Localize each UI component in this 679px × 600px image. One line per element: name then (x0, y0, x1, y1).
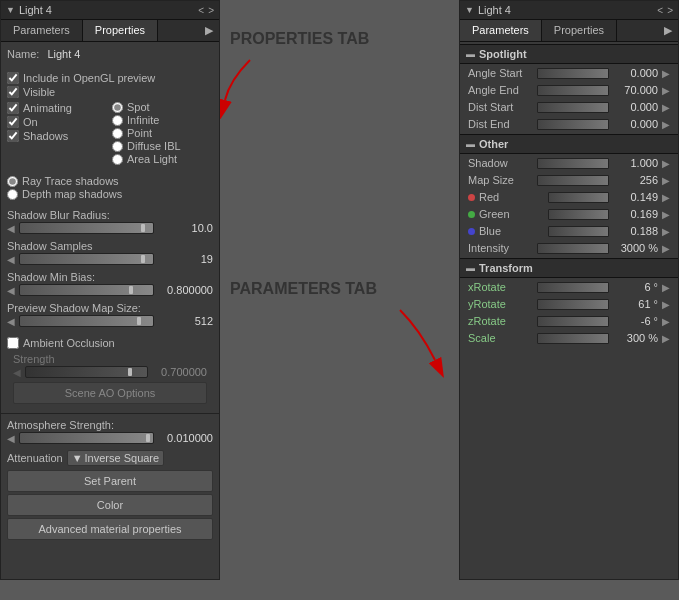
spot-radio[interactable] (112, 102, 123, 113)
field-arrow[interactable]: ▶ (662, 243, 670, 254)
right-tab-arrow[interactable]: ▶ (658, 20, 678, 41)
ao-checkbox[interactable] (7, 337, 19, 349)
spotlight-field-row: Dist Start 0.000 ▶ (460, 99, 678, 115)
ray-trace-radio[interactable] (7, 176, 18, 187)
right-collapse-icon[interactable]: ▼ (465, 5, 474, 15)
transform-label: Scale (468, 332, 533, 344)
right-nav-right[interactable]: > (667, 5, 673, 16)
animating-checkbox[interactable] (7, 102, 19, 114)
visible-checkbox[interactable] (7, 86, 19, 98)
field-arrow[interactable]: ▶ (662, 192, 670, 203)
transform-arrow[interactable]: ▶ (662, 282, 670, 293)
attenuation-dropdown[interactable]: ▼ Inverse Square (67, 450, 165, 466)
other-field-row: Blue 0.188 ▶ (460, 223, 678, 239)
field-arrow[interactable]: ▶ (662, 209, 670, 220)
transform-collapse-icon[interactable]: ▬ (466, 263, 475, 273)
atm-left-arrow[interactable]: ◀ (7, 433, 15, 444)
ao-strength-slider[interactable] (25, 366, 148, 378)
radio-point: Point (112, 127, 213, 139)
shadows-checkbox[interactable] (7, 130, 19, 142)
field-slider[interactable] (537, 158, 609, 169)
shadow-bias-row: ◀ 0.800000 (7, 284, 213, 296)
shadows-label: Shadows (23, 130, 68, 142)
field-arrow[interactable]: ▶ (662, 175, 670, 186)
spotlight-section-header: ▬ Spotlight (460, 44, 678, 64)
field-slider[interactable] (537, 68, 609, 79)
atmosphere-slider[interactable] (19, 432, 154, 444)
checkbox-visible: Visible (7, 86, 213, 98)
other-field-row: Red 0.149 ▶ (460, 189, 678, 205)
field-arrow[interactable]: ▶ (662, 102, 670, 113)
shadow-samples-slider[interactable] (19, 253, 154, 265)
other-field-row: Intensity 3000 % ▶ (460, 240, 678, 256)
field-arrow[interactable]: ▶ (662, 158, 670, 169)
transform-arrow[interactable]: ▶ (662, 316, 670, 327)
transform-slider[interactable] (537, 299, 609, 310)
field-slider[interactable] (537, 175, 609, 186)
field-arrow[interactable]: ▶ (662, 119, 670, 130)
checkbox-animating: Animating (7, 102, 108, 114)
right-nav-left[interactable]: < (657, 5, 663, 16)
field-slider[interactable] (548, 226, 609, 237)
transform-arrow[interactable]: ▶ (662, 333, 670, 344)
tab-parameters[interactable]: Parameters (1, 20, 83, 41)
field-slider[interactable] (537, 85, 609, 96)
ao-strength-row: ◀ 0.700000 (13, 366, 207, 378)
spotlight-field-row: Dist End 0.000 ▶ (460, 116, 678, 132)
field-value: 0.169 (613, 208, 658, 220)
other-collapse-icon[interactable]: ▬ (466, 139, 475, 149)
visible-label: Visible (23, 86, 55, 98)
field-slider[interactable] (548, 209, 609, 220)
on-checkbox[interactable] (7, 116, 19, 128)
transform-slider[interactable] (537, 333, 609, 344)
spotlight-collapse-icon[interactable]: ▬ (466, 49, 475, 59)
depth-map-radio[interactable] (7, 189, 18, 200)
right-panel-title-group: ▼ Light 4 (465, 4, 511, 16)
slider-left-arrow-2[interactable]: ◀ (7, 254, 15, 265)
field-arrow[interactable]: ▶ (662, 226, 670, 237)
transform-field-row: Scale 300 % ▶ (460, 330, 678, 346)
scene-ao-button[interactable]: Scene AO Options (13, 382, 207, 404)
tab-arrow-icon[interactable]: ▶ (199, 20, 219, 41)
infinite-radio[interactable] (112, 115, 123, 126)
atmosphere-value: 0.010000 (158, 432, 213, 444)
field-slider[interactable] (548, 192, 609, 203)
shadow-map-slider[interactable] (19, 315, 154, 327)
field-slider[interactable] (537, 243, 609, 254)
field-slider[interactable] (537, 102, 609, 113)
slider-left-arrow[interactable]: ◀ (7, 223, 15, 234)
area-light-radio[interactable] (112, 154, 123, 165)
field-arrow[interactable]: ▶ (662, 85, 670, 96)
field-value: 0.188 (613, 225, 658, 237)
diffuse-ibl-radio[interactable] (112, 141, 123, 152)
include-gl-checkbox[interactable] (7, 72, 19, 84)
other-section-header: ▬ Other (460, 134, 678, 154)
color-button[interactable]: Color (7, 494, 213, 516)
right-tab-parameters[interactable]: Parameters (460, 20, 542, 41)
right-tab-properties[interactable]: Properties (542, 20, 617, 41)
advanced-material-button[interactable]: Advanced material properties (7, 518, 213, 540)
slider-left-arrow-4[interactable]: ◀ (7, 316, 15, 327)
transform-slider[interactable] (537, 282, 609, 293)
radio-infinite: Infinite (112, 114, 213, 126)
slider-left-arrow-3[interactable]: ◀ (7, 285, 15, 296)
transform-slider[interactable] (537, 316, 609, 327)
shadow-bias-slider[interactable] (19, 284, 154, 296)
checkbox-shadows: Shadows (7, 130, 108, 142)
animating-label: Animating (23, 102, 72, 114)
shadow-samples-label: Shadow Samples (7, 240, 213, 252)
on-label: On (23, 116, 38, 128)
ao-left-arrow[interactable]: ◀ (13, 367, 21, 378)
nav-right-icon[interactable]: > (208, 5, 214, 16)
collapse-icon[interactable]: ▼ (6, 5, 15, 15)
shadow-blur-slider[interactable] (19, 222, 154, 234)
nav-left-icon[interactable]: < (198, 5, 204, 16)
set-parent-button[interactable]: Set Parent (7, 470, 213, 492)
point-radio[interactable] (112, 128, 123, 139)
field-arrow[interactable]: ▶ (662, 68, 670, 79)
transform-value: 300 % (613, 332, 658, 344)
field-slider[interactable] (537, 119, 609, 130)
tab-properties[interactable]: Properties (83, 20, 158, 41)
transform-arrow[interactable]: ▶ (662, 299, 670, 310)
blue-dot (468, 228, 475, 235)
